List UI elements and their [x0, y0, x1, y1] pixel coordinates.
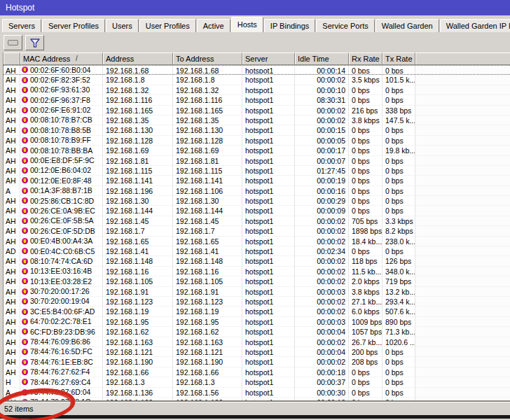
- row-rx-rate: 0 bps: [349, 136, 382, 146]
- table-row[interactable]: AH 00:26:CE:0A:9B:EC 192.168.1.144 192.1…: [4, 206, 510, 216]
- row-mac-address: 00:08:10:78:B8:5B: [20, 125, 103, 135]
- column-header-to-address[interactable]: To Address: [173, 52, 242, 65]
- row-flags: AH: [4, 357, 20, 367]
- column-header-server[interactable]: Server: [242, 52, 295, 65]
- mac-address-text: 00:E0:4B:00:A4:3A: [30, 237, 92, 246]
- table-row[interactable]: AH 00:08:10:78:BB:BA 192.168.1.69 192.16…: [4, 146, 510, 155]
- row-idle-time: 01:27:45: [295, 166, 349, 176]
- table-row[interactable]: AH 00:02:6F:82:3F:52 192.168.1.8 192.168…: [4, 75, 510, 85]
- tab[interactable]: Service Ports: [316, 19, 374, 32]
- table-row[interactable]: AH 00:26:CE:0F:5B:5A 192.168.1.45 192.16…: [4, 216, 510, 226]
- row-idle-time: 00:00:02: [295, 307, 349, 316]
- table-row[interactable]: AH 64:70:02:2C:78:E1 192.168.1.95 192.16…: [4, 317, 510, 327]
- filter-button[interactable]: [25, 35, 44, 50]
- row-server: hotspot1: [242, 216, 295, 226]
- table-row[interactable]: AH 3C:E5:B4:00:6F:AD 192.168.1.19 192.16…: [4, 307, 510, 316]
- table-row[interactable]: AD 00:E0:4C:C0:6B:C5 192.168.1.41 192.16…: [4, 246, 510, 256]
- column-header-idle-time[interactable]: Idle Time: [295, 52, 349, 65]
- table-row[interactable]: AH 00:02:6F:96:37:F8 192.168.1.116 192.1…: [4, 95, 510, 105]
- table-row[interactable]: AH 78:44:76:16:5D:FC 192.168.1.121 192.1…: [4, 347, 510, 357]
- row-rx-rate: 0 bps: [349, 66, 382, 74]
- table-row[interactable]: AH 78:44:76:1E:EB:8C 192.168.1.190 192.1…: [4, 357, 510, 367]
- tab[interactable]: Walled Garden IP List: [440, 19, 510, 32]
- table-row[interactable]: AH 00:08:10:78:B9:FF 192.168.1.128 192.1…: [4, 136, 510, 146]
- table-row[interactable]: AH 00:12:0E:B6:04:02 192.168.1.115 192.1…: [4, 166, 510, 176]
- tab[interactable]: Walled Garden: [375, 19, 439, 32]
- table-row[interactable]: AH 78:44:76:09:B6:86 192.168.1.163 192.1…: [4, 337, 510, 347]
- table-row[interactable]: AH 00:E0:4B:00:A4:3A 192.168.1.65 192.16…: [4, 237, 510, 246]
- row-tx-rate: 19.8 kb...: [382, 146, 415, 155]
- row-address: 192.168.1.190: [103, 357, 173, 367]
- table-row[interactable]: AH 10:13:EE:03:28:E2 192.168.1.105 192.1…: [4, 276, 510, 286]
- host-circle-icon: [22, 359, 28, 365]
- table-row[interactable]: AH 30:70:20:00:17:26 192.168.1.91 192.16…: [4, 287, 510, 297]
- row-idle-time: 00:00:02: [295, 115, 349, 125]
- row-mac-address: 78:44:76:27:69:C4: [20, 377, 103, 387]
- mac-address-text: 10:13:EE:03:16:4B: [30, 267, 92, 276]
- table-row[interactable]: AH 78:44:76:27:62:F4 192.168.1.66 192.16…: [4, 368, 510, 377]
- tab[interactable]: Users: [106, 19, 139, 32]
- table-row[interactable]: AH 00:12:0E:E0:8F:48 192.168.1.141 192.1…: [4, 176, 510, 186]
- table-row[interactable]: AH 00:08:10:78:B8:5B 192.168.1.130 192.1…: [4, 125, 510, 135]
- host-circle-icon: [22, 248, 28, 254]
- window-bottom-edge: [0, 415, 510, 419]
- column-header-mac-address[interactable]: MAC Address /: [20, 52, 103, 65]
- hosts-table: MAC Address / Address To Address Server …: [3, 52, 510, 402]
- column-header-flags[interactable]: [4, 52, 20, 65]
- row-to-address: 192.168.1.81: [173, 156, 242, 166]
- table-row[interactable]: AH 00:26:CE:0F:5D:DB 192.168.1.7 192.168…: [4, 226, 510, 236]
- table-row[interactable]: AH 6C:FD:B9:23:DB:96 192.168.1.62 192.16…: [4, 327, 510, 337]
- table-row[interactable]: AH 00:0E:E8:DF:5F:9C 192.168.1.81 192.16…: [4, 156, 510, 166]
- row-to-address: 192.168.1.66: [173, 368, 242, 377]
- table-row[interactable]: AH 10:13:EE:03:16:4B 192.168.1.16 192.16…: [4, 267, 510, 276]
- row-to-address: 192.168.1.35: [173, 115, 242, 125]
- tab[interactable]: Hosts: [231, 17, 263, 32]
- row-filler: [415, 85, 510, 95]
- row-filler: [415, 115, 510, 125]
- tab[interactable]: Servers: [2, 19, 41, 32]
- row-mac-address: 00:1A:3F:88:B7:1B: [20, 186, 103, 196]
- column-header-tx-rate[interactable]: Tx Rate: [382, 52, 415, 65]
- row-mac-address: 78:44:76:09:B6:86: [20, 337, 103, 347]
- table-row[interactable]: A 78:44:76:27:6D:04 192.168.1.136 192.16…: [4, 388, 510, 398]
- tab[interactable]: User Profiles: [139, 19, 196, 32]
- hotspot-window: Hotspot Servers Server Profiles Users Us…: [0, 0, 510, 420]
- column-header-rx-rate[interactable]: Rx Rate: [349, 52, 382, 65]
- row-rx-rate: 0 bps: [349, 186, 382, 196]
- mac-address-text: 00:25:86:CB:1C:8D: [30, 196, 94, 206]
- row-flags: AH: [4, 146, 20, 155]
- row-filler: [415, 186, 510, 196]
- table-row[interactable]: AH 00:02:6F:93:61:30 192.168.1.32 192.16…: [4, 85, 510, 95]
- table-row[interactable]: AH 00:08:10:78:B7:CB 192.168.1.35 192.16…: [4, 115, 510, 125]
- mac-address-text: 78:44:76:27:6D:04: [30, 388, 90, 398]
- row-mac-address: 00:12:0E:B6:04:02: [20, 166, 103, 176]
- table-row[interactable]: A 00:1A:3F:88:B7:1B 192.168.1.196 192.16…: [4, 186, 510, 196]
- tab-label: Service Ports: [322, 22, 368, 30]
- row-server: hotspot1: [242, 347, 295, 357]
- row-filler: [415, 307, 510, 316]
- row-flags: AH: [4, 276, 20, 286]
- column-header-address[interactable]: Address: [103, 52, 173, 65]
- table-row[interactable]: AH 08:10:74:74:CA:6D 192.168.1.148 192.1…: [4, 256, 510, 266]
- row-address: 192.168.1.128: [103, 136, 173, 146]
- table-row[interactable]: AH 00:02:6F:60:B0:04 192.168.1.68 192.16…: [4, 65, 510, 75]
- host-circle-icon: [22, 197, 28, 204]
- row-flags: AH: [4, 226, 20, 236]
- tab[interactable]: Server Profiles: [42, 19, 105, 32]
- row-tx-rate: 0 bps: [382, 95, 415, 105]
- tab[interactable]: IP Bindings: [264, 19, 315, 32]
- table-row[interactable]: AH 00:25:86:CB:1C:8D 192.168.1.30 192.16…: [4, 196, 510, 206]
- row-idle-time: 00:02:34: [295, 246, 349, 256]
- window-titlebar[interactable]: Hotspot: [0, 0, 510, 15]
- table-row[interactable]: H 78:44:76:27:69:C4 192.168.1.3 192.168.…: [4, 377, 510, 387]
- row-rx-rate: 216 bps: [349, 106, 382, 115]
- row-mac-address: 00:02:6F:E6:91:02: [20, 106, 103, 115]
- host-circle-icon: [22, 258, 28, 265]
- tab[interactable]: Active: [197, 19, 230, 32]
- table-row[interactable]: AH 30:70:20:00:19:04 192.168.1.123 192.1…: [4, 297, 510, 307]
- remove-button[interactable]: [4, 35, 22, 50]
- table-row[interactable]: AH 00:02:6F:E6:91:02 192.168.1.165 192.1…: [4, 106, 510, 115]
- row-idle-time: 00:00:17: [295, 146, 349, 155]
- row-mac-address: 00:25:86:CB:1C:8D: [20, 196, 103, 206]
- mac-address-text: 00:12:0E:B6:04:02: [30, 166, 91, 176]
